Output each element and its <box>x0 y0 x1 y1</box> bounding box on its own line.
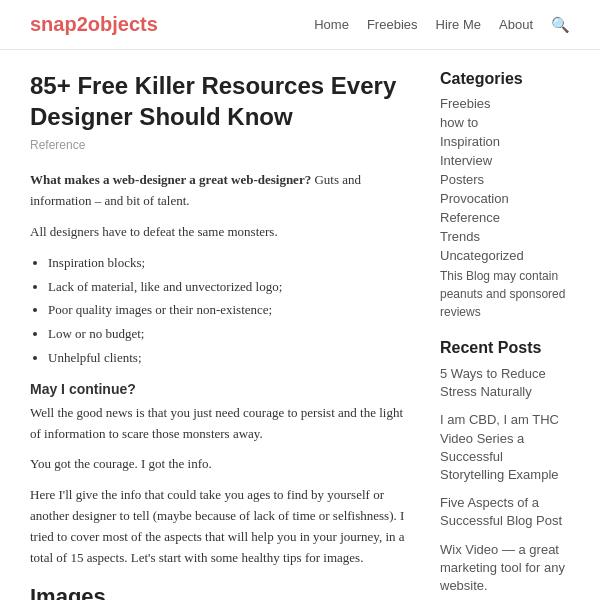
site-header: snap2objects Home Freebies Hire Me About… <box>0 0 600 50</box>
subheading-continue: May I continue? <box>30 381 410 397</box>
sidebar-cat-reference[interactable]: Reference <box>440 210 570 225</box>
sidebar-cat-trends[interactable]: Trends <box>440 229 570 244</box>
list-item: Unhelpful clients; <box>48 348 410 369</box>
intro-bold: What makes a web-designer a great web-de… <box>30 172 311 187</box>
search-icon[interactable]: 🔍 <box>551 16 570 34</box>
list-item: Low or no budget; <box>48 324 410 345</box>
recent-posts-title: Recent Posts <box>440 339 570 357</box>
recent-post-link-3[interactable]: Five Aspects of a Successful Blog Post <box>440 494 570 530</box>
categories-section: Categories Freebies how to Inspiration I… <box>440 70 570 321</box>
recent-post-item: I am CBD, I am THC Video Series a Succes… <box>440 411 570 484</box>
sidebar-cat-inspiration[interactable]: Inspiration <box>440 134 570 149</box>
intro-paragraph: What makes a web-designer a great web-de… <box>30 170 410 212</box>
sidebar-note: This Blog may contain peanuts and sponso… <box>440 267 570 321</box>
main-layout: 85+ Free Killer Resources Every Designer… <box>0 50 600 600</box>
para2: Well the good news is that you just need… <box>30 403 410 445</box>
recent-post-link-1[interactable]: 5 Ways to Reduce Stress Naturally <box>440 365 570 401</box>
nav-home[interactable]: Home <box>314 17 349 32</box>
sidebar-cat-interview[interactable]: Interview <box>440 153 570 168</box>
main-nav: Home Freebies Hire Me About 🔍 <box>314 16 570 34</box>
para1: All designers have to defeat the same mo… <box>30 222 410 243</box>
article-content: 85+ Free Killer Resources Every Designer… <box>30 70 410 600</box>
recent-post-item: Five Aspects of a Successful Blog Post <box>440 494 570 530</box>
recent-posts-section: Recent Posts 5 Ways to Reduce Stress Nat… <box>440 339 570 600</box>
recent-post-link-4[interactable]: Wix Video — a great marketing tool for a… <box>440 541 570 596</box>
site-logo[interactable]: snap2objects <box>30 13 158 36</box>
page-title: 85+ Free Killer Resources Every Designer… <box>30 70 410 132</box>
categories-title: Categories <box>440 70 570 88</box>
list-item: Inspiration blocks; <box>48 253 410 274</box>
nav-about[interactable]: About <box>499 17 533 32</box>
section-images-heading: Images <box>30 584 410 600</box>
recent-post-item: Wix Video — a great marketing tool for a… <box>440 541 570 596</box>
sidebar: Categories Freebies how to Inspiration I… <box>440 70 570 600</box>
list-item: Lack of material, like and unvectorized … <box>48 277 410 298</box>
nav-hire-me[interactable]: Hire Me <box>436 17 482 32</box>
article-body: What makes a web-designer a great web-de… <box>30 170 410 600</box>
sidebar-cat-uncategorized[interactable]: Uncategorized <box>440 248 570 263</box>
para3: You got the courage. I got the info. <box>30 454 410 475</box>
recent-post-link-2[interactable]: I am CBD, I am THC Video Series a Succes… <box>440 411 570 484</box>
article-tag: Reference <box>30 138 410 152</box>
list-item: Poor quality images or their non-existen… <box>48 300 410 321</box>
sidebar-cat-posters[interactable]: Posters <box>440 172 570 187</box>
sidebar-cat-freebies[interactable]: Freebies <box>440 96 570 111</box>
nav-freebies[interactable]: Freebies <box>367 17 418 32</box>
bullet-list: Inspiration blocks; Lack of material, li… <box>48 253 410 369</box>
sidebar-cat-howto[interactable]: how to <box>440 115 570 130</box>
recent-post-item: 5 Ways to Reduce Stress Naturally <box>440 365 570 401</box>
sidebar-cat-provocation[interactable]: Provocation <box>440 191 570 206</box>
para4: Here I'll give the info that could take … <box>30 485 410 568</box>
